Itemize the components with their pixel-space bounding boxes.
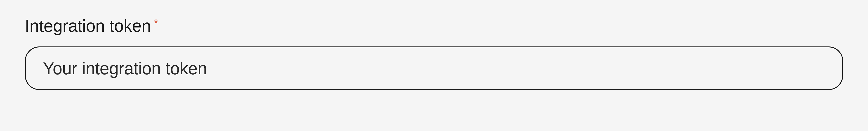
integration-token-input[interactable] (25, 47, 843, 90)
required-asterisk-icon: * (154, 17, 158, 29)
integration-token-field-group: Integration token * (25, 16, 843, 90)
field-label-row: Integration token * (25, 16, 843, 35)
integration-token-label: Integration token (25, 16, 151, 35)
